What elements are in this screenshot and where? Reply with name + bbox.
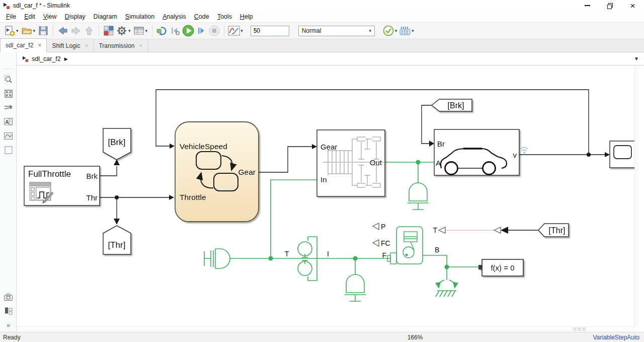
vertical-scrollbar[interactable]	[634, 65, 639, 327]
solver-configuration-block[interactable]: f(x) = 0	[478, 259, 523, 276]
new-model-button[interactable]	[3, 24, 16, 37]
toolbar-separator	[53, 25, 53, 37]
transmission-block[interactable]: Gear Out In	[317, 130, 385, 196]
tab-close-icon[interactable]: ×	[139, 42, 142, 49]
simulation-pacing-caret[interactable]: ▾	[240, 28, 243, 33]
menu-simulation[interactable]: Simulation	[121, 11, 158, 22]
model-advisor-button[interactable]	[382, 24, 395, 37]
full-throttle-block[interactable]: FullThrottle Brk Thr	[24, 166, 100, 206]
sample-content-button[interactable]	[4, 131, 13, 141]
engine-block[interactable]: P FC F B T	[381, 223, 439, 264]
restore-icon	[607, 3, 613, 9]
open-model-button[interactable]	[20, 24, 33, 37]
close-button[interactable]: ×	[621, 0, 644, 11]
stop-button[interactable]	[208, 24, 221, 37]
navigate-back-button[interactable]	[56, 24, 69, 37]
simulation-mode-value: Normal	[299, 27, 366, 34]
menu-view[interactable]: View	[39, 11, 61, 22]
inertia2-block[interactable]	[345, 275, 366, 301]
shift-logic-chart[interactable]: VehicleSpeed Throttle Gear	[175, 122, 259, 222]
menu-help[interactable]: Help	[236, 11, 257, 22]
model-explorer-button[interactable]	[132, 24, 145, 37]
rotational-reference[interactable]	[436, 291, 456, 297]
breadcrumb: sdl_car_f2 ▶ ▼	[17, 52, 644, 65]
from-brk-tag[interactable]: [Brk]	[432, 99, 472, 111]
menu-edit[interactable]: Edit	[20, 11, 39, 22]
annotation-button[interactable]: A	[4, 117, 13, 126]
menu-tools[interactable]: Tools	[213, 11, 236, 22]
fast-restart-caret[interactable]: ▾	[412, 28, 414, 33]
minimize-icon	[585, 5, 590, 6]
tab-transmission[interactable]: Transmission×	[94, 39, 148, 52]
model-advisor-caret[interactable]: ▾	[395, 28, 397, 33]
update-diagram-button[interactable]	[155, 24, 169, 37]
new-model-caret[interactable]: ▾	[16, 28, 19, 33]
in-riser-wire[interactable]	[271, 180, 317, 258]
horizontal-scrollbar[interactable]	[17, 326, 635, 332]
scope-block[interactable]	[610, 141, 635, 168]
from-brk-wire[interactable]	[422, 105, 432, 144]
simulation-mode-select[interactable]: Normal ▾	[298, 26, 375, 36]
full-throttle-title: FullThrottle	[28, 169, 71, 179]
library-browser-button[interactable]	[102, 24, 115, 37]
brk-wire[interactable]	[100, 166, 117, 176]
model-canvas[interactable]: P FC F B T T I FullThrottle Brk Thr	[17, 65, 639, 332]
vehicle-body-block[interactable]: Br A v	[434, 129, 519, 175]
menu-display[interactable]: Display	[61, 11, 90, 22]
from-thr-tag[interactable]: [Thr]	[538, 224, 569, 237]
simulation-pacing-button[interactable]	[227, 24, 240, 37]
fast-restart-button[interactable]	[398, 24, 412, 37]
stop-time-input[interactable]	[251, 26, 289, 36]
damper-block[interactable]	[204, 249, 230, 268]
goto-brk-tag[interactable]: [Brk]	[103, 128, 131, 160]
run-button[interactable]	[182, 24, 195, 37]
menu-code[interactable]: Code	[190, 11, 213, 22]
menu-diagram[interactable]: Diagram	[90, 11, 121, 22]
tab-sdl_car_f2[interactable]: sdl_car_f2×	[0, 38, 47, 52]
zoom-tool-button[interactable]	[4, 75, 13, 84]
inertia1-block[interactable]	[408, 183, 429, 210]
more-tools-button[interactable]: »	[4, 320, 13, 330]
tab-close-icon[interactable]: ×	[38, 42, 41, 49]
model-settings-button[interactable]	[115, 24, 128, 37]
menu-file[interactable]: File	[2, 11, 20, 22]
breadcrumb-model-name[interactable]: sdl_car_f2	[32, 55, 61, 62]
torque-converter-pump[interactable]	[298, 242, 312, 256]
route-signals-button[interactable]	[4, 103, 13, 112]
canvas-options-caret[interactable]: ▼	[634, 56, 639, 61]
save-icon	[37, 25, 49, 37]
area-button[interactable]	[4, 145, 13, 155]
step-back-button[interactable]	[169, 24, 182, 37]
navigate-up-button[interactable]	[83, 24, 96, 37]
model-explorer-caret[interactable]: ▾	[145, 28, 148, 33]
gear-wire[interactable]	[259, 147, 312, 172]
minimize-button[interactable]	[576, 0, 599, 11]
breadcrumb-arrow-icon[interactable]: ▶	[64, 56, 68, 61]
scrollbar-grip[interactable]	[573, 327, 586, 331]
restore-button[interactable]	[599, 0, 621, 11]
screenshot-button[interactable]	[4, 292, 13, 302]
zoom-level[interactable]: 166%	[400, 334, 430, 341]
tab-shift-logic[interactable]: Shift Logic×	[47, 39, 94, 52]
solver-status-link[interactable]: VariableStepAuto	[593, 334, 639, 341]
step-forward-button[interactable]	[195, 24, 208, 37]
signal-routing-icon	[4, 104, 13, 111]
line-label-t: T	[285, 250, 289, 258]
gear-icon	[116, 25, 128, 37]
b-port-wire[interactable]	[423, 255, 478, 280]
model-icon	[22, 55, 29, 62]
engine-port-p: P	[381, 223, 385, 231]
open-model-caret[interactable]: ▾	[33, 28, 36, 33]
viewmarks-button[interactable]	[4, 306, 13, 316]
menu-analysis[interactable]: Analysis	[158, 11, 190, 22]
navigate-forward-button[interactable]	[69, 24, 83, 37]
chevrons-icon: »	[7, 321, 10, 329]
save-model-button[interactable]	[37, 24, 50, 37]
model-settings-caret[interactable]: ▾	[128, 28, 131, 33]
logged-signal-badge[interactable]	[521, 148, 528, 154]
fit-to-view-button[interactable]	[4, 89, 13, 98]
tab-close-icon[interactable]: ×	[85, 42, 88, 49]
crank-pin	[406, 254, 408, 256]
goto-thr-tag[interactable]: [Thr]	[103, 226, 131, 254]
line-label-i: I	[327, 250, 329, 258]
